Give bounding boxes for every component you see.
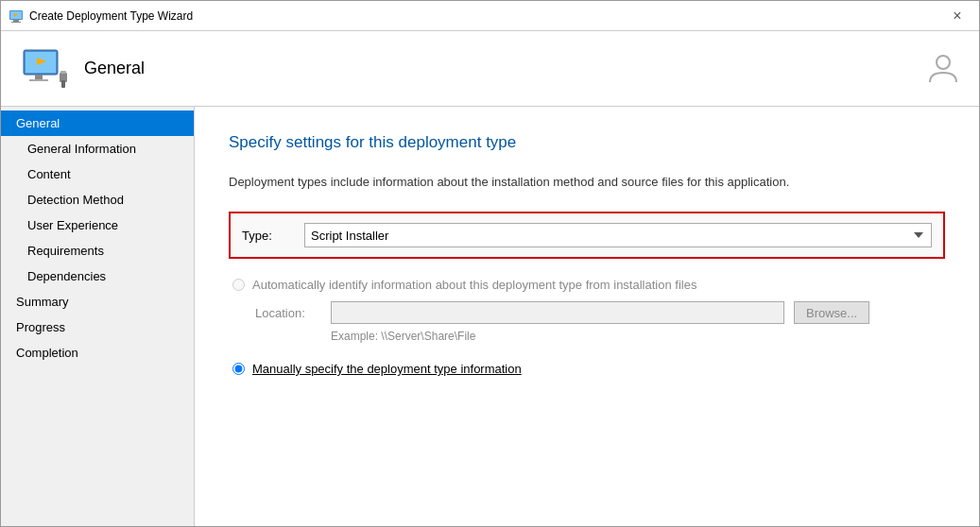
radio-section: Automatically identify information about… — [229, 278, 945, 376]
title-bar-left: Create Deployment Type Wizard — [9, 8, 193, 24]
window-title: Create Deployment Type Wizard — [29, 9, 193, 23]
sidebar: General General Information Content Dete… — [1, 107, 195, 526]
sidebar-item-requirements[interactable]: Requirements — [1, 238, 194, 264]
sidebar-item-general[interactable]: General — [1, 110, 194, 136]
auto-radio-label: Automatically identify information about… — [252, 278, 696, 292]
location-label: Location: — [255, 306, 321, 320]
app-icon — [9, 8, 24, 24]
header-title: General — [84, 59, 145, 78]
sidebar-item-general-information[interactable]: General Information — [1, 136, 194, 162]
svg-point-13 — [937, 56, 950, 69]
location-input[interactable] — [331, 301, 784, 324]
sidebar-item-summary[interactable]: Summary — [1, 289, 194, 314]
wizard-window: Create Deployment Type Wizard × General — [0, 0, 980, 527]
auto-radio[interactable] — [232, 279, 245, 291]
svg-rect-12 — [61, 80, 65, 88]
main-panel: Specify settings for this deployment typ… — [195, 107, 979, 526]
type-row: Type: Script Installer Windows app packa… — [242, 223, 932, 247]
location-row: Location: Browse... — [255, 301, 941, 324]
sidebar-item-user-experience[interactable]: User Experience — [1, 212, 194, 238]
manual-radio-row: Manually specify the deployment type inf… — [232, 362, 941, 376]
type-row-container: Type: Script Installer Windows app packa… — [229, 212, 945, 259]
sidebar-item-progress[interactable]: Progress — [1, 314, 194, 340]
browse-button: Browse... — [794, 301, 869, 324]
title-bar: Create Deployment Type Wizard × — [1, 1, 979, 31]
content-area: General General Information Content Dete… — [1, 107, 979, 526]
svg-rect-1 — [13, 20, 19, 22]
svg-rect-8 — [29, 79, 48, 81]
auto-radio-row: Automatically identify information about… — [232, 278, 941, 292]
example-text: Example: \\Server\Share\File — [255, 330, 941, 343]
svg-rect-11 — [60, 71, 66, 74]
sidebar-item-content[interactable]: Content — [1, 162, 194, 187]
sidebar-item-detection-method[interactable]: Detection Method — [1, 187, 194, 212]
sidebar-item-dependencies[interactable]: Dependencies — [1, 264, 194, 289]
type-select[interactable]: Script Installer Windows app package (*.… — [304, 223, 932, 247]
computer-icon — [20, 44, 69, 94]
type-label: Type: — [242, 229, 289, 243]
close-button[interactable]: × — [943, 5, 971, 27]
manual-radio[interactable] — [232, 363, 245, 375]
sidebar-item-completion[interactable]: Completion — [1, 340, 194, 366]
manual-radio-label: Manually specify the deployment type inf… — [252, 362, 522, 376]
page-title: Specify settings for this deployment typ… — [229, 133, 945, 152]
header-bar: General — [1, 31, 979, 107]
person-icon — [926, 52, 960, 86]
svg-rect-2 — [11, 22, 21, 23]
header-left: General — [20, 44, 145, 94]
description-text: Deployment types include information abo… — [229, 175, 945, 189]
svg-rect-7 — [35, 75, 43, 79]
